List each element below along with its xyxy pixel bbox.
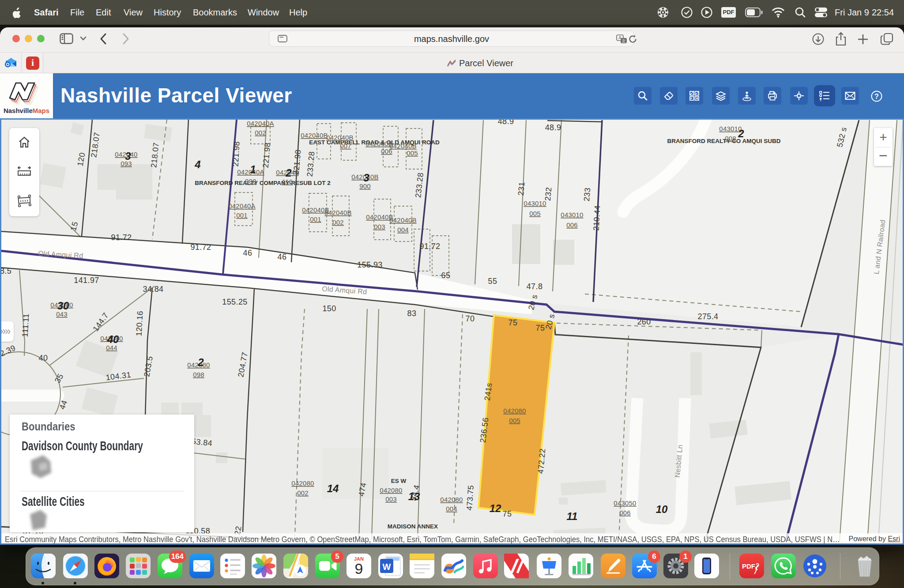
svg-text:91.72: 91.72: [190, 243, 211, 252]
svg-text:14: 14: [327, 482, 339, 494]
svg-text:ES W: ES W: [391, 478, 407, 484]
svg-text:004: 004: [397, 226, 409, 234]
svg-text:004: 004: [446, 505, 457, 513]
svg-text:4: 4: [194, 158, 200, 170]
svg-text:65: 65: [441, 271, 451, 280]
svg-text:BRANSFORD REALTY CO AMQUI SUBD: BRANSFORD REALTY CO AMQUI SUBD: [667, 138, 780, 144]
svg-text:55: 55: [488, 277, 497, 286]
svg-text:46: 46: [278, 253, 287, 261]
svg-text:008: 008: [725, 135, 736, 142]
svg-text:W: W: [383, 562, 391, 572]
svg-text:?: ?: [874, 93, 879, 100]
svg-text:12: 12: [490, 502, 501, 514]
svg-text:48.9: 48.9: [545, 123, 561, 132]
svg-text:111.11: 111.11: [21, 313, 31, 337]
svg-text:70: 70: [466, 314, 475, 323]
svg-text:75: 75: [536, 324, 545, 332]
svg-text:042040A: 042040A: [228, 202, 255, 210]
svg-text:005: 005: [529, 210, 541, 217]
svg-text:006: 006: [566, 221, 578, 229]
svg-text:232: 232: [543, 187, 554, 201]
svg-text:260: 260: [637, 317, 651, 326]
svg-text:10: 10: [656, 503, 668, 515]
svg-text:47.8: 47.8: [527, 282, 543, 291]
svg-text:042080: 042080: [380, 486, 402, 494]
svg-text:91.72: 91.72: [111, 233, 132, 242]
svg-text:2: 2: [197, 356, 204, 368]
svg-text:042080: 042080: [440, 496, 463, 503]
svg-text:155.25: 155.25: [222, 298, 247, 306]
svg-text:042040B: 042040B: [365, 140, 392, 147]
svg-text:30: 30: [57, 300, 69, 312]
svg-text:150: 150: [322, 304, 336, 313]
svg-text:2: 2: [738, 128, 744, 139]
svg-text:141.97: 141.97: [74, 276, 99, 285]
svg-text:042040B: 042040B: [324, 209, 351, 216]
svg-text:91.72: 91.72: [419, 242, 440, 251]
svg-text:155.93: 155.93: [357, 260, 382, 269]
svg-text:002: 002: [297, 489, 309, 497]
svg-text:40: 40: [39, 354, 48, 362]
svg-text:48.9: 48.9: [498, 118, 514, 126]
svg-text:043010: 043010: [561, 211, 583, 219]
svg-text:473.75: 473.75: [465, 485, 475, 511]
svg-text:275.4: 275.4: [697, 312, 718, 321]
svg-text:900: 900: [245, 177, 256, 185]
svg-text:116: 116: [282, 178, 293, 185]
svg-text:043010: 043010: [524, 200, 546, 207]
svg-text:文: 文: [622, 39, 626, 43]
svg-text:8.5: 8.5: [0, 267, 11, 275]
svg-text:042040B: 042040B: [389, 216, 416, 224]
svg-text:34.84: 34.84: [143, 285, 163, 294]
svg-text:40: 40: [107, 333, 119, 345]
svg-text:002: 002: [255, 129, 266, 136]
svg-text:2: 2: [285, 167, 292, 179]
svg-text:003: 003: [374, 223, 385, 230]
svg-text:001: 001: [236, 211, 248, 219]
svg-text:098: 098: [193, 371, 204, 378]
svg-text:MADISON ANNEX: MADISON ANNEX: [388, 523, 438, 530]
svg-text:3: 3: [125, 150, 131, 162]
svg-text:BRANSFORD REALTY COMPANY-RESUB: BRANSFORD REALTY COMPANY-RESUB LOT 2: [195, 180, 331, 186]
svg-text:13: 13: [408, 490, 420, 502]
svg-text:002: 002: [332, 219, 344, 226]
svg-text:003: 003: [385, 495, 397, 503]
svg-text:46: 46: [243, 249, 252, 257]
svg-text:75: 75: [508, 318, 518, 327]
svg-text:042080: 042080: [503, 407, 526, 415]
svg-text:042040B: 042040B: [389, 142, 416, 150]
svg-text:007: 007: [340, 142, 351, 150]
svg-text:042040B: 042040B: [301, 132, 328, 139]
svg-text:233: 233: [582, 187, 592, 202]
svg-text:9: 9: [355, 560, 363, 577]
svg-text:231: 231: [516, 181, 527, 196]
svg-text:005: 005: [509, 417, 520, 424]
svg-text:042080: 042080: [291, 479, 314, 487]
svg-text:120.16: 120.16: [135, 310, 145, 336]
svg-text:83: 83: [407, 309, 417, 318]
svg-text:006: 006: [619, 509, 631, 516]
svg-text:210.44: 210.44: [592, 205, 602, 230]
svg-text:PDF: PDF: [742, 562, 755, 570]
svg-text:3: 3: [363, 172, 369, 184]
svg-text:1: 1: [250, 163, 256, 175]
svg-text:75: 75: [503, 509, 512, 518]
svg-text:005: 005: [407, 149, 418, 157]
svg-text:221.98: 221.98: [231, 141, 241, 166]
svg-text:001: 001: [310, 215, 321, 223]
svg-text:042040A: 042040A: [247, 120, 274, 127]
svg-text:042040B: 042040B: [326, 134, 353, 141]
svg-text:11: 11: [567, 510, 578, 522]
svg-text:043050: 043050: [614, 499, 636, 507]
